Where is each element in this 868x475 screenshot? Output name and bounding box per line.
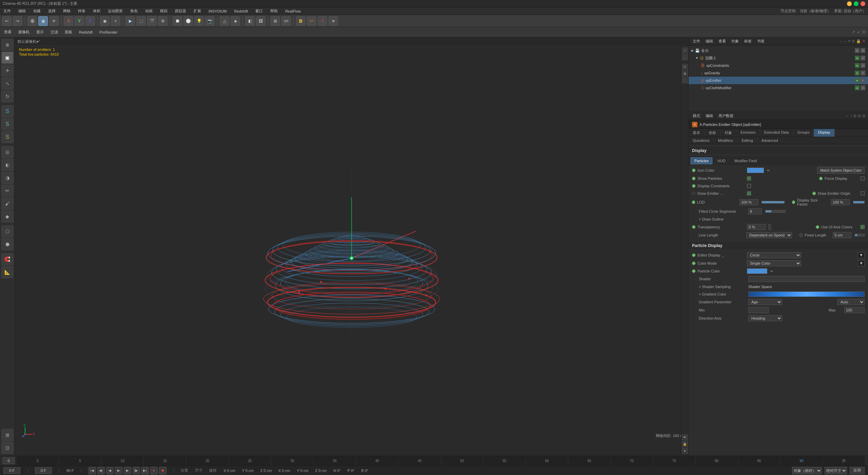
anim-play[interactable]: ▶ (115, 467, 122, 474)
scene-item-backup[interactable]: ▶ 💾 备份 ● ✕ (689, 47, 868, 54)
lt-brush[interactable]: ✏ (1, 185, 14, 197)
close-btn[interactable] (861, 1, 865, 6)
sub-tab-particles[interactable]: Particles (691, 157, 712, 164)
anim-next-key[interactable]: |▶ (133, 467, 140, 474)
camera-tab[interactable]: 摄像机 (17, 29, 31, 35)
menu-tracker[interactable]: 跟踪器 (174, 8, 188, 14)
show-particles-radio[interactable] (692, 177, 695, 180)
create-btn[interactable]: + (111, 16, 120, 26)
redo-btn[interactable]: ↪ (13, 16, 22, 26)
transparency-slider-handle[interactable] (768, 224, 771, 230)
sp-tags[interactable]: 标签 (743, 38, 753, 44)
lt-poly2[interactable]: ⬢ (1, 238, 14, 250)
sp-icon1[interactable]: ← (839, 39, 843, 43)
lt-s2-icon[interactable]: S (1, 118, 14, 130)
color-mode-radio[interactable] (692, 262, 695, 265)
lt-select[interactable]: ▣ (1, 52, 14, 64)
scene-item-cloth[interactable]: ⬡ xpClothModifier ● ✓ (689, 84, 868, 92)
view-tab[interactable]: 查看 (3, 29, 13, 35)
display-constraints-checkbox[interactable] (747, 184, 751, 188)
cloth-check1[interactable]: ● (855, 86, 860, 90)
anim-start[interactable]: |◀ (88, 467, 96, 474)
constraints-check2[interactable]: ✓ (861, 63, 865, 68)
anim-end[interactable]: ▶| (141, 467, 149, 474)
pt-userdata[interactable]: 用户数据 (717, 113, 735, 119)
scene-item-constraints[interactable]: ⛓ xpConstraints ● ✓ (689, 62, 868, 69)
undo-btn[interactable]: ↩ (2, 16, 12, 26)
icon-color-pencil[interactable]: ✏ (766, 168, 771, 173)
scene-item-emitter[interactable]: ◎ xpEmitter ● ✓ (689, 77, 868, 84)
pt-back[interactable]: ← (845, 114, 849, 118)
force-display-checkbox[interactable] (861, 176, 865, 180)
coord-type-dropdown[interactable]: 绝对尺寸 (825, 467, 847, 474)
max-input[interactable] (844, 307, 865, 313)
vr-persp[interactable]: ⋮ (682, 77, 688, 83)
poly-tool[interactable]: △ (220, 16, 229, 26)
display-constraints-radio[interactable] (692, 184, 695, 188)
menu-edit[interactable]: 编辑 (17, 8, 27, 14)
min-input[interactable] (748, 307, 769, 313)
lod-slider[interactable] (762, 201, 785, 204)
lt-paint[interactable]: 🖌 (1, 197, 14, 210)
vr-plus[interactable]: + (682, 48, 688, 54)
prorender-tab[interactable]: ProRender (98, 30, 119, 35)
menu-select[interactable]: 选择 (47, 8, 57, 14)
editor-display-radio[interactable] (692, 253, 695, 257)
material-btn[interactable]: ◧ (245, 16, 255, 26)
cloth-check2[interactable]: ✓ (861, 86, 865, 90)
coord-mode-dropdown[interactable]: 对象（相对） (792, 467, 822, 474)
vp-corner-1[interactable]: ↗ (852, 30, 855, 34)
use-ui-axis-colors-radio[interactable] (816, 225, 819, 229)
tab-questions[interactable]: Questions (689, 137, 714, 144)
lt-s-icon[interactable]: S (1, 105, 14, 117)
sp-object[interactable]: 对象 (730, 38, 740, 44)
backup-vis2[interactable]: ✕ (861, 48, 865, 53)
menu-create[interactable]: 创建 (32, 8, 42, 14)
draw-emitter-checkbox[interactable] (747, 191, 751, 195)
light-obj[interactable]: 💡 (194, 16, 204, 26)
tab-coords[interactable]: 坐标 (705, 129, 721, 137)
particle-color-radio[interactable] (692, 269, 695, 273)
crown-check2[interactable]: ✓ (861, 56, 865, 60)
match-system-btn[interactable]: Match System Object Color (817, 167, 865, 174)
lt-tool3[interactable]: ◑ (1, 172, 14, 184)
lt-bottom2[interactable]: ⊡ (1, 442, 14, 454)
sphere-obj[interactable]: ⚪ (183, 16, 193, 26)
display-size-factor-input[interactable] (831, 199, 850, 205)
anim-record[interactable]: ● (150, 467, 158, 474)
menu-animate[interactable]: 动画 (144, 8, 154, 14)
sp-icon5[interactable]: 🔒 (856, 39, 861, 43)
emitter-check2[interactable]: ✓ (861, 78, 865, 83)
display-tab[interactable]: 显示 (35, 29, 45, 35)
filled-circle-slider[interactable] (765, 210, 786, 213)
vr-vis2[interactable]: 🔒 (682, 441, 688, 447)
menu-character[interactable]: 角色 (129, 8, 139, 14)
gradient-parameter-dropdown[interactable]: Age Speed ID (748, 299, 782, 305)
vr-focus[interactable]: ⊙ (682, 64, 688, 70)
emitter-check1[interactable]: ● (855, 78, 860, 83)
tab-display[interactable]: Display (814, 129, 834, 137)
render-settings[interactable]: ⚙ (158, 16, 167, 26)
extra-btn[interactable]: ≋ (329, 16, 338, 26)
vr-frame[interactable]: ⊞ (682, 71, 688, 77)
lt-sculpt[interactable]: ◆ (1, 210, 14, 223)
vr-minus[interactable]: - (682, 54, 688, 60)
render-active[interactable]: ▶ (125, 16, 135, 26)
menu-spline[interactable]: 样条 (77, 8, 87, 14)
axis-x[interactable]: X (64, 16, 73, 26)
axis-z[interactable]: Z (85, 16, 95, 26)
pt-mode[interactable]: 模式 (691, 113, 702, 119)
tab-basic[interactable]: 基本 (689, 129, 705, 137)
cube-obj[interactable]: 🔲 (173, 16, 182, 26)
lt-rotate[interactable]: ↻ (1, 90, 14, 102)
sp-edit[interactable]: 编辑 (704, 38, 714, 44)
bp-btn[interactable]: B (296, 16, 305, 26)
vr-vis3[interactable]: ● (682, 448, 688, 454)
menu-mograph[interactable]: 运动图形 (106, 8, 124, 14)
force-display-radio[interactable] (819, 177, 823, 180)
crown-check1[interactable]: ● (855, 56, 860, 60)
icon-color-radio[interactable] (692, 169, 695, 172)
current-frame-input[interactable] (3, 467, 20, 474)
lt-snap[interactable]: 🧲 (1, 253, 14, 265)
tab-object[interactable]: 对象 (721, 129, 736, 137)
